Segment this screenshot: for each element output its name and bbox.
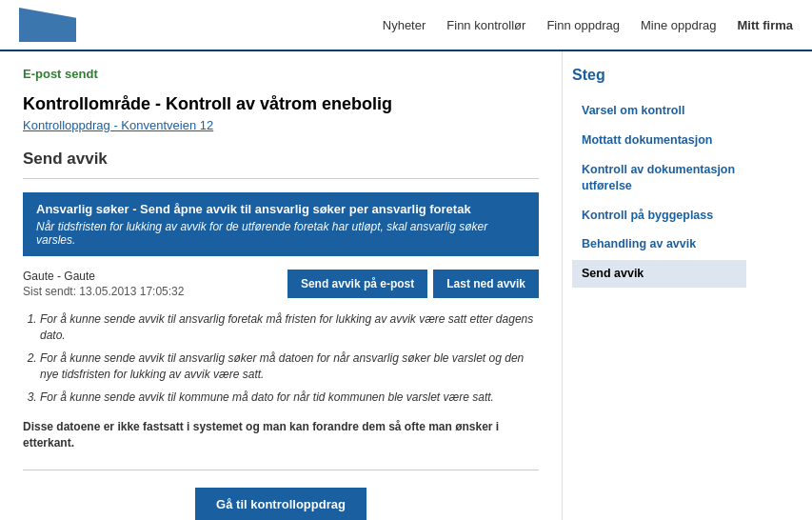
sender-name: Gaute - Gaute [23, 270, 184, 283]
info-box-subtitle: Når tidsfristen for lukking av avvik for… [36, 220, 525, 247]
nav-link-mitt-firma[interactable]: Mitt firma [738, 18, 794, 32]
note-item-3: For å kunne sende avvik til kommune må d… [40, 390, 539, 406]
page-title: Kontrollområde - Kontroll av våtrom eneb… [23, 94, 539, 114]
nav-link-finn-kontrollør[interactable]: Finn kontrollør [446, 18, 525, 32]
send-avvik-button[interactable]: Send avvik på e-post [287, 270, 427, 298]
section-title: Send avvik [23, 150, 539, 169]
logo [19, 8, 76, 42]
nav-link-finn-oppdrag[interactable]: Finn oppdrag [546, 18, 620, 32]
info-box-title: Ansvarlig søker - Send åpne avvik til an… [36, 202, 525, 216]
last-ned-avvik-button[interactable]: Last ned avvik [433, 270, 539, 298]
step-item-5[interactable]: Send avvik [572, 260, 746, 288]
step-item-3[interactable]: Kontroll på byggeplass [572, 202, 746, 230]
notes-list: For å kunne sende avvik til ansvarlig fo… [23, 311, 539, 406]
sender-row: Gaute - Gaute Sist sendt: 13.05.2013 17:… [23, 270, 539, 298]
nav-link-mine-oppdrag[interactable]: Mine oppdrag [641, 18, 717, 32]
top-navigation: NyheterFinn kontrollørFinn oppdragMine o… [0, 0, 812, 51]
main-container: E-post sendt Kontrollområde - Kontroll a… [0, 51, 812, 520]
sidebar: Steg Varsel om kontrollMottatt dokumenta… [562, 51, 762, 520]
sidebar-title: Steg [572, 67, 746, 84]
goto-kontrolloppdrag-button[interactable]: Gå til kontrolloppdrag [195, 488, 366, 520]
step-item-1[interactable]: Mottatt dokumentasjon [572, 127, 746, 154]
nav-links: NyheterFinn kontrollørFinn oppdragMine o… [383, 18, 793, 32]
content-area: E-post sendt Kontrollområde - Kontroll a… [0, 51, 562, 520]
sender-date: Sist sendt: 13.05.2013 17:05:32 [23, 285, 184, 298]
bottom-divider [23, 470, 539, 470]
action-buttons: Send avvik på e-post Last ned avvik [287, 270, 539, 298]
section-divider [23, 178, 539, 179]
sender-info: Gaute - Gaute Sist sendt: 13.05.2013 17:… [23, 270, 184, 298]
step-item-0[interactable]: Varsel om kontroll [572, 97, 746, 125]
subtitle-link[interactable]: Kontrolloppdrag - Konventveien 12 [23, 118, 539, 132]
step-item-4[interactable]: Behandling av avvik [572, 230, 746, 258]
step-item-2[interactable]: Kontroll av dokumentasjon utførelse [572, 156, 746, 200]
note-item-2: For å kunne sende avvik til ansvarlig sø… [40, 350, 539, 384]
nav-link-nyheter[interactable]: Nyheter [383, 18, 426, 32]
status-sent: E-post sendt [23, 67, 539, 81]
steps-list: Varsel om kontrollMottatt dokumentasjonK… [572, 97, 746, 288]
info-box: Ansvarlig søker - Send åpne avvik til an… [23, 192, 539, 256]
footnote: Disse datoene er ikke fastsatt i systeme… [23, 419, 539, 452]
note-item-1: For å kunne sende avvik til ansvarlig fo… [40, 311, 539, 345]
